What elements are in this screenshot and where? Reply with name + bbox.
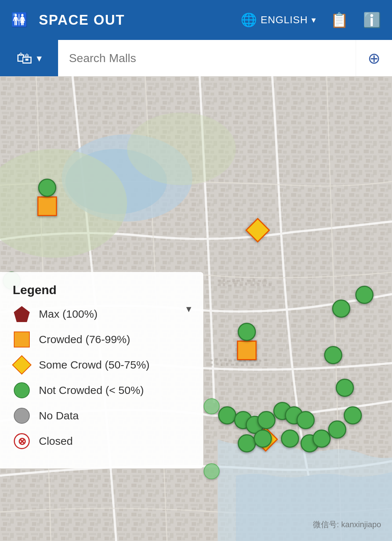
legend-item-no-data: No Data: [13, 407, 191, 425]
svg-rect-22: [264, 279, 266, 282]
locate-me-button[interactable]: ⊕: [356, 40, 392, 76]
map-legend: Legend Max (100%) Crowded (76-99%) Some …: [0, 272, 203, 468]
legend-symbol-some-crowd: [13, 356, 31, 374]
map-marker-not-crowded-21[interactable]: [204, 463, 220, 479]
svg-rect-35: [220, 359, 222, 362]
svg-rect-49: [231, 364, 234, 366]
legend-label-no-data: No Data: [39, 410, 79, 422]
green-circle-icon: [14, 382, 30, 398]
legend-collapse-button[interactable]: ▾: [178, 301, 200, 316]
legend-item-closed: ⊗ Closed: [13, 432, 191, 450]
legend-symbol-no-data: [13, 407, 31, 425]
svg-rect-15: [227, 280, 230, 282]
search-bar: 🛍 ▾ ⊕: [0, 40, 392, 76]
map-marker-not-crowded-3[interactable]: [355, 286, 373, 304]
svg-rect-20: [253, 278, 255, 282]
svg-point-11: [127, 113, 236, 185]
svg-rect-50: [236, 363, 238, 365]
language-selector[interactable]: 🌐 ENGLISH ▾: [241, 12, 316, 28]
language-label: ENGLISH: [261, 14, 308, 26]
map-marker-not-crowded-16[interactable]: [281, 430, 299, 448]
map-marker-green-on-square-1[interactable]: [38, 179, 56, 197]
location-crosshair-icon: ⊕: [368, 49, 380, 67]
svg-rect-52: [246, 362, 248, 366]
svg-rect-47: [221, 364, 222, 366]
legend-symbol-closed: ⊗: [13, 432, 31, 450]
legend-label-some-crowd: Some Crowd (50-75%): [39, 359, 150, 371]
svg-rect-14: [223, 279, 225, 282]
legend-symbol-not-crowded: [13, 381, 31, 399]
legend-item-max: Max (100%): [13, 305, 191, 323]
svg-rect-27: [240, 284, 243, 286]
map-marker-crowded-2[interactable]: [237, 341, 257, 360]
map-view[interactable]: ▾ Legend Max (100%) Crowded (76-99%) Som…: [0, 76, 392, 541]
legend-symbol-max: [13, 305, 31, 323]
translate-icon: 🌐: [241, 12, 257, 28]
svg-rect-18: [241, 278, 244, 281]
map-marker-not-crowded-15[interactable]: [254, 430, 272, 448]
map-marker-not-crowded-6[interactable]: [204, 398, 220, 414]
legend-item-not-crowded: Not Crowded (< 50%): [13, 381, 191, 399]
shop-type-selector[interactable]: 🛍 ▾: [0, 40, 58, 76]
svg-rect-28: [245, 282, 247, 285]
map-marker-not-crowded-20[interactable]: [344, 406, 362, 424]
svg-rect-13: [218, 280, 221, 282]
closed-circle-x-icon: ⊗: [14, 433, 30, 449]
app-title: SPACE OUT: [39, 12, 233, 28]
svg-rect-51: [241, 364, 244, 366]
map-marker-some-crowd-1[interactable]: [258, 230, 275, 248]
legend-label-max: Max (100%): [39, 308, 98, 320]
svg-rect-43: [259, 360, 261, 362]
svg-rect-45: [211, 364, 213, 366]
svg-rect-33: [211, 359, 213, 361]
svg-rect-54: [256, 363, 260, 366]
gray-circle-icon: [14, 408, 30, 424]
menu-list-icon[interactable]: 📋: [330, 12, 348, 29]
map-marker-green-on-square-2[interactable]: [238, 323, 256, 341]
svg-rect-16: [232, 279, 235, 282]
map-marker-crowded-1[interactable]: [37, 196, 57, 216]
svg-rect-48: [226, 363, 228, 366]
pentagon-icon: [14, 306, 30, 322]
svg-rect-24: [223, 283, 225, 286]
watermark: 微信号: kanxinjiapo: [313, 519, 381, 530]
person-icon-left: 🚻: [11, 13, 28, 27]
svg-rect-29: [250, 284, 254, 286]
svg-rect-34: [215, 358, 218, 361]
top-navigation-bar: 🚻 SPACE OUT 🌐 ENGLISH ▾ 📋 ℹ️: [0, 0, 392, 40]
svg-rect-37: [229, 360, 232, 362]
shopping-bag-icon: 🛍: [16, 49, 32, 67]
svg-rect-17: [237, 280, 240, 282]
map-marker-not-crowded-5[interactable]: [336, 379, 354, 397]
legend-item-crowded: Crowded (76-99%): [13, 330, 191, 349]
chevron-collapse-icon: ▾: [186, 303, 191, 315]
svg-rect-38: [234, 359, 236, 361]
legend-label-closed: Closed: [39, 435, 73, 447]
svg-rect-21: [258, 280, 261, 282]
app-logo-icons: 🚻: [11, 13, 28, 27]
svg-rect-44: [264, 359, 267, 361]
svg-rect-31: [263, 284, 266, 286]
map-marker-not-crowded-4[interactable]: [324, 346, 342, 364]
svg-rect-32: [269, 283, 271, 286]
svg-rect-26: [234, 283, 237, 286]
square-icon: [14, 331, 30, 347]
search-input-container: [58, 40, 356, 76]
svg-rect-53: [251, 364, 254, 366]
diamond-icon: [12, 355, 32, 375]
legend-symbol-crowded: [13, 330, 31, 349]
legend-label-crowded: Crowded (76-99%): [39, 333, 130, 346]
selector-arrow-icon: ▾: [37, 52, 42, 64]
chevron-down-icon: ▾: [311, 15, 316, 25]
svg-rect-25: [228, 285, 232, 286]
legend-title: Legend: [13, 283, 191, 297]
search-input[interactable]: [69, 52, 345, 65]
svg-rect-46: [216, 363, 219, 365]
info-icon[interactable]: ℹ️: [363, 12, 381, 29]
map-marker-not-crowded-2[interactable]: [332, 300, 350, 318]
svg-rect-30: [257, 283, 260, 286]
legend-label-not-crowded: Not Crowded (< 50%): [39, 384, 144, 396]
map-marker-not-crowded-13[interactable]: [297, 411, 315, 429]
svg-rect-19: [247, 280, 251, 282]
svg-rect-23: [218, 284, 221, 286]
